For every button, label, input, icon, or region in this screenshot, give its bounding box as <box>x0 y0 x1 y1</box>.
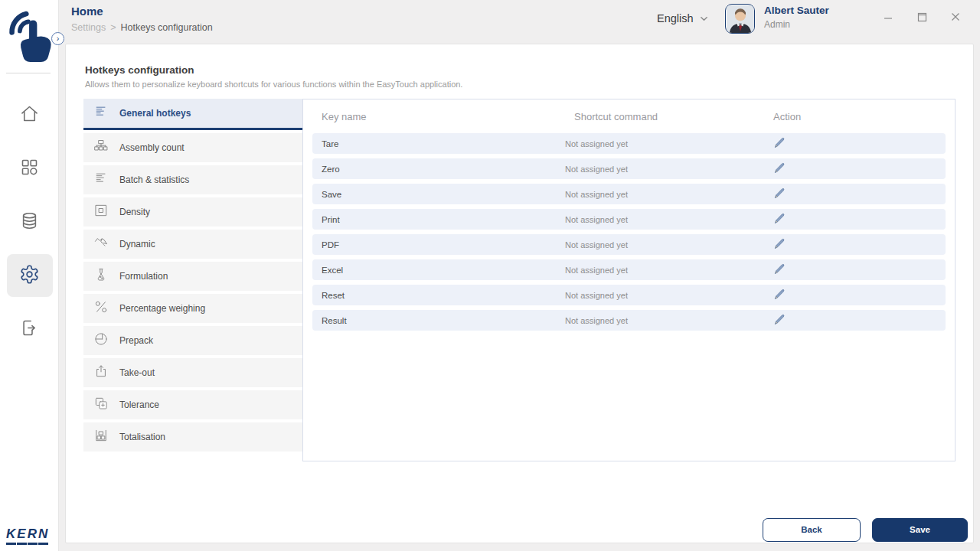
row-key-name: Excel <box>322 266 565 275</box>
density-icon <box>93 203 109 221</box>
apps-icon <box>19 157 40 181</box>
row-shortcut-command: Not assigned yet <box>565 291 764 300</box>
tolerance-icon <box>93 396 109 414</box>
hotkey-tab-density[interactable]: Density <box>83 197 302 227</box>
hotkeys-configuration-card: Hotkeys configuration Allows them to per… <box>65 44 974 543</box>
window-controls <box>880 9 963 24</box>
table-row: PDF Not assigned yet <box>312 234 946 255</box>
sidebar-item-data[interactable] <box>7 201 53 243</box>
table-row: Save Not assigned yet <box>312 184 946 204</box>
pencil-edit-icon[interactable] <box>773 212 787 226</box>
sidebar-item-applications[interactable] <box>7 147 53 190</box>
minimize-icon[interactable] <box>880 9 896 24</box>
hotkey-tab-take-out[interactable]: Take-out <box>83 358 302 387</box>
percent-icon <box>93 299 109 318</box>
hotkey-tab-formulation[interactable]: Formulation <box>83 262 302 291</box>
list-lines-icon <box>93 171 109 189</box>
gear-icon <box>19 264 40 288</box>
user-role: Admin <box>764 19 829 30</box>
hotkey-tab-batch-statistics[interactable]: Batch & statistics <box>83 165 302 194</box>
pencil-edit-icon[interactable] <box>773 136 787 150</box>
top-header: Home Settings>Hotkeys configuration Engl… <box>59 0 980 44</box>
pencil-edit-icon[interactable] <box>773 288 787 302</box>
chevron-down-icon <box>700 15 708 23</box>
assembly-icon <box>93 139 109 157</box>
language-selector[interactable]: English <box>657 12 708 24</box>
user-name: Albert Sauter <box>764 5 829 16</box>
list-lines-icon <box>93 104 109 122</box>
sidebar-item-home[interactable] <box>7 93 53 136</box>
hotkeys-table-panel: Key name Shortcut command Action Tare No… <box>302 99 956 461</box>
sidebar-expand-button[interactable]: › <box>51 32 64 45</box>
hotkey-tab-label: Batch & statistics <box>119 174 189 185</box>
table-row: Zero Not assigned yet <box>312 158 946 179</box>
logout-icon <box>19 318 40 341</box>
column-header-shortcut: Shortcut command <box>574 111 773 122</box>
column-header-action: Action <box>773 111 955 122</box>
sidebar-item-logout[interactable] <box>7 308 53 350</box>
hotkey-tab-prepack[interactable]: Prepack <box>83 326 302 355</box>
row-shortcut-command: Not assigned yet <box>565 139 764 148</box>
prepack-icon <box>93 331 109 350</box>
user-chip[interactable]: Albert Sauter Admin <box>725 4 829 34</box>
save-button[interactable]: Save <box>872 518 968 542</box>
pencil-edit-icon[interactable] <box>773 313 787 327</box>
hotkey-tab-totalisation[interactable]: Totalisation <box>83 422 302 452</box>
page-title: Hotkeys configuration <box>85 64 194 76</box>
table-row: Reset Not assigned yet <box>312 285 946 305</box>
hotkey-tab-label: General hotkeys <box>119 108 191 119</box>
table-row: Result Not assigned yet <box>312 310 946 331</box>
pencil-edit-icon[interactable] <box>773 237 787 251</box>
row-key-name: Tare <box>322 139 565 148</box>
back-button[interactable]: Back <box>763 518 861 542</box>
pencil-edit-icon[interactable] <box>773 187 787 201</box>
breadcrumb-separator: > <box>110 22 116 33</box>
pencil-edit-icon[interactable] <box>773 161 787 175</box>
sidebar-item-settings[interactable] <box>7 254 53 297</box>
hotkey-tab-label: Totalisation <box>119 432 165 442</box>
breadcrumb-settings[interactable]: Settings <box>71 22 106 33</box>
row-key-name: Zero <box>322 165 565 174</box>
row-shortcut-command: Not assigned yet <box>565 240 764 249</box>
home-icon <box>19 103 40 127</box>
row-shortcut-command: Not assigned yet <box>565 190 764 199</box>
hotkey-tab-percentage-weighing[interactable]: Percentage weighing <box>83 294 302 323</box>
hotkey-tab-label: Density <box>119 207 150 217</box>
hotkey-tab-label: Prepack <box>119 335 153 346</box>
hotkey-tab-label: Percentage weighing <box>119 303 205 314</box>
touch-hand-logo <box>7 8 53 67</box>
row-key-name: Save <box>322 190 565 199</box>
hotkey-tab-label: Take-out <box>119 367 155 378</box>
hotkey-tab-dynamic[interactable]: Dynamic <box>83 230 302 259</box>
table-row: Tare Not assigned yet <box>312 133 946 154</box>
close-icon[interactable] <box>948 9 963 24</box>
row-key-name: Print <box>322 215 565 224</box>
hotkey-tab-label: Dynamic <box>119 239 155 249</box>
takeout-icon <box>93 364 109 382</box>
table-row: Excel Not assigned yet <box>312 259 946 280</box>
hotkey-tab-assembly-count[interactable]: Assembly count <box>83 133 302 162</box>
row-key-name: Result <box>322 316 565 325</box>
hotkey-tab-label: Assembly count <box>119 142 185 153</box>
sidebar: KERN <box>0 0 59 551</box>
database-icon <box>19 210 40 234</box>
hotkey-tabs: General hotkeys Assembly count Batch & s… <box>83 99 302 455</box>
maximize-icon[interactable] <box>914 9 929 24</box>
page-description: Allows them to personalize keyboard shor… <box>85 80 462 89</box>
hotkey-tab-label: Formulation <box>119 271 168 282</box>
sidebar-divider <box>6 73 51 73</box>
row-key-name: Reset <box>322 291 565 300</box>
avatar <box>725 4 755 34</box>
row-shortcut-command: Not assigned yet <box>565 215 764 224</box>
dynamic-icon <box>93 235 109 253</box>
table-rows: Tare Not assigned yet Zero Not assigned … <box>303 133 955 331</box>
hotkey-tab-label: Tolerance <box>119 399 159 410</box>
kern-brand-logo: KERN <box>6 527 49 545</box>
table-header: Key name Shortcut command Action <box>303 99 955 133</box>
flask-icon <box>93 267 109 285</box>
hotkey-tab-general-hotkeys[interactable]: General hotkeys <box>83 99 302 130</box>
column-header-key-name: Key name <box>322 111 574 122</box>
row-shortcut-command: Not assigned yet <box>565 165 764 174</box>
pencil-edit-icon[interactable] <box>773 262 787 276</box>
hotkey-tab-tolerance[interactable]: Tolerance <box>83 390 302 419</box>
